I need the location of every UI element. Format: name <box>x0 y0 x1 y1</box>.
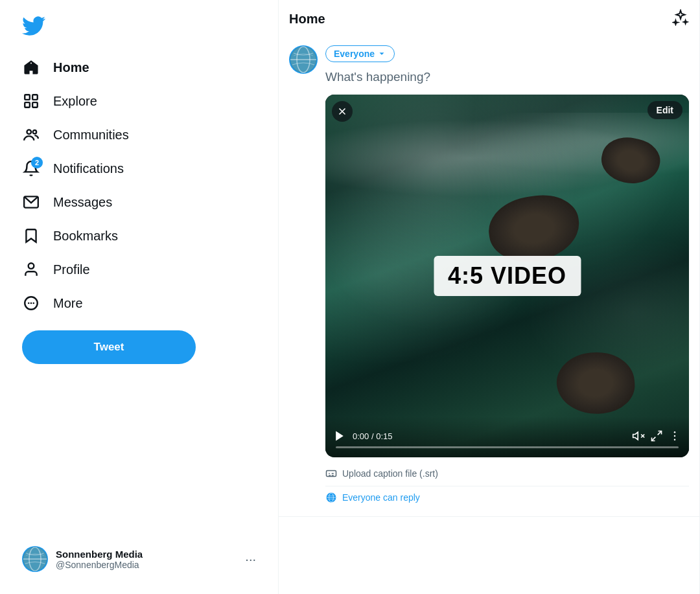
svg-point-12 <box>32 303 34 304</box>
video-controls: 0:00 / 0:15 <box>325 417 689 457</box>
compose-area: Everyone What's happening? <box>279 38 699 517</box>
home-icon <box>22 58 40 76</box>
reply-row[interactable]: Everyone can reply <box>325 486 689 508</box>
compose-row: Everyone What's happening? <box>289 45 689 508</box>
profile-display-name: Sonnenberg Media <box>56 549 237 560</box>
compose-placeholder[interactable]: What's happening? <box>325 67 689 87</box>
mute-button[interactable] <box>632 429 645 442</box>
tweet-button[interactable]: Tweet <box>22 330 196 364</box>
more-icon <box>22 294 40 312</box>
svg-point-5 <box>27 130 32 134</box>
svg-rect-3 <box>25 102 30 108</box>
time-current: 0:00 <box>353 431 369 441</box>
video-label: 4:5 VIDEO <box>434 256 581 296</box>
profile-icon <box>22 260 40 279</box>
messages-label: Messages <box>53 195 112 210</box>
sidebar-profile-avatar <box>22 546 48 572</box>
svg-point-11 <box>30 303 32 304</box>
svg-point-27 <box>674 439 676 441</box>
svg-line-24 <box>652 437 656 441</box>
video-background: 4:5 VIDEO Edit <box>325 95 689 457</box>
audience-selector[interactable]: Everyone <box>325 45 395 62</box>
svg-point-0 <box>30 62 32 63</box>
svg-point-10 <box>28 303 30 304</box>
video-edit-button[interactable]: Edit <box>648 101 682 119</box>
communities-label: Communities <box>53 128 129 143</box>
compose-right: Everyone What's happening? <box>325 45 689 508</box>
notifications-icon: 2 <box>22 159 40 177</box>
sparkle-button[interactable] <box>672 9 689 29</box>
controls-row: 0:00 / 0:15 <box>333 429 681 442</box>
progress-bar[interactable] <box>336 446 679 448</box>
home-label: Home <box>53 60 89 75</box>
sidebar-item-more[interactable]: More <box>13 286 265 320</box>
svg-rect-28 <box>327 471 336 477</box>
more-options-button[interactable] <box>668 429 681 442</box>
sidebar-item-communities[interactable]: Communities <box>13 118 265 152</box>
svg-marker-20 <box>633 432 638 440</box>
profile-more-dots[interactable]: ··· <box>245 552 256 567</box>
svg-point-8 <box>29 263 34 269</box>
svg-point-26 <box>674 435 676 437</box>
svg-line-23 <box>658 431 662 435</box>
svg-point-25 <box>674 431 676 433</box>
sidebar-item-notifications[interactable]: 2 Notifications <box>13 152 265 185</box>
sidebar: Home Explore Communities <box>0 0 279 594</box>
controls-right <box>632 429 681 442</box>
fullscreen-button[interactable] <box>650 429 663 442</box>
notifications-badge: 2 <box>31 157 43 168</box>
main-header: Home <box>279 0 699 38</box>
video-preview: 4:5 VIDEO Edit <box>325 95 689 457</box>
explore-label: Explore <box>53 94 97 109</box>
svg-point-6 <box>33 130 36 133</box>
sidebar-item-home[interactable]: Home <box>13 51 265 84</box>
video-close-button[interactable] <box>332 101 353 122</box>
caption-upload-label: Upload caption file (.srt) <box>342 468 438 479</box>
caption-upload-row[interactable]: Upload caption file (.srt) <box>325 464 689 483</box>
notifications-label: Notifications <box>53 161 124 176</box>
profile-info: Sonnenberg Media @SonnenbergMedia <box>56 549 237 570</box>
explore-icon <box>22 92 40 110</box>
bookmarks-icon <box>22 227 40 245</box>
sidebar-item-messages[interactable]: Messages <box>13 185 265 219</box>
messages-icon <box>22 193 40 211</box>
communities-icon <box>22 126 40 144</box>
main-content: Home <box>279 0 700 594</box>
sidebar-item-explore[interactable]: Explore <box>13 84 265 118</box>
twitter-logo[interactable] <box>13 6 265 48</box>
video-label-text: 4:5 VIDEO <box>448 262 566 289</box>
time-display: 0:00 / 0:15 <box>353 431 625 441</box>
bookmarks-label: Bookmarks <box>53 229 118 244</box>
svg-marker-19 <box>336 431 344 441</box>
reply-label: Everyone can reply <box>342 492 420 503</box>
audience-label: Everyone <box>334 49 375 59</box>
sidebar-item-bookmarks[interactable]: Bookmarks <box>13 219 265 253</box>
profile-handle: @SonnenbergMedia <box>56 560 237 570</box>
svg-rect-1 <box>25 95 30 100</box>
svg-rect-4 <box>32 102 38 108</box>
sidebar-item-profile[interactable]: Profile <box>13 253 265 286</box>
play-button[interactable] <box>333 429 346 442</box>
compose-avatar[interactable] <box>289 45 318 74</box>
page-title: Home <box>289 12 325 27</box>
profile-label: Profile <box>53 262 90 277</box>
time-total: 0:15 <box>376 431 392 441</box>
svg-rect-2 <box>32 95 38 100</box>
sidebar-profile[interactable]: Sonnenberg Media @SonnenbergMedia ··· <box>13 538 265 580</box>
more-label: More <box>53 296 83 311</box>
